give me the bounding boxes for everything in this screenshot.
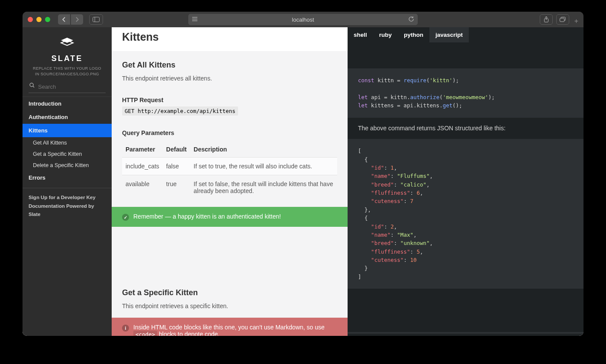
close-window-icon[interactable] — [28, 17, 33, 22]
http-request-line: GET http://example.com/api/kittens — [122, 107, 238, 115]
search-input[interactable] — [29, 81, 106, 93]
zoom-window-icon[interactable] — [45, 17, 50, 22]
minimize-window-icon[interactable] — [36, 17, 42, 22]
back-button[interactable] — [58, 14, 70, 25]
aside-warning: i Inside HTML code blocks like this one,… — [112, 318, 348, 336]
table-row: available true If set to false, the resu… — [122, 175, 337, 200]
section-title-kittens: Kittens — [112, 27, 348, 51]
main-pane: Kittens Get All Kittens This endpoint re… — [112, 27, 583, 336]
svg-rect-7 — [560, 18, 564, 22]
get-all-title: Get All Kittens — [112, 51, 348, 75]
doc-column: Kittens Get All Kittens This endpoint re… — [112, 27, 348, 336]
tab-python[interactable]: python — [398, 27, 429, 42]
table-row: include_cats false If set to true, the r… — [122, 158, 337, 175]
table-header-row: Parameter Default Description — [122, 142, 337, 158]
aside-success: ✓ Remember — a happy kitten is an authen… — [112, 207, 348, 227]
doc-sidebar: SLATE REPLACE THIS WITH YOUR LOGOIN SOUR… — [23, 27, 112, 336]
brand-title: SLATE — [28, 54, 106, 63]
tabs-button[interactable] — [556, 14, 569, 25]
window-controls — [28, 17, 50, 22]
nav-authentication[interactable]: Authentication — [23, 110, 112, 124]
aside-success-text: Remember — a happy kitten is an authenti… — [133, 213, 281, 220]
th-description: Description — [190, 142, 337, 158]
reload-icon[interactable] — [408, 16, 414, 23]
nav-errors[interactable]: Errors — [23, 171, 112, 184]
sidebar-toggle-button[interactable] — [89, 14, 103, 25]
logo-area: SLATE REPLACE THIS WITH YOUR LOGOIN SOUR… — [23, 27, 112, 81]
code-block-3: const kittn = require('kittn'); let api … — [348, 332, 583, 334]
forward-button[interactable] — [71, 14, 83, 25]
get-one-title: Get a Specific Kitten — [112, 279, 348, 303]
titlebar: localhost + — [23, 12, 583, 27]
share-button[interactable] — [540, 14, 553, 25]
browser-window: localhost + SLATE REPLACE THIS WITH — [23, 12, 583, 336]
nav-buttons — [58, 14, 83, 25]
footer-powered-by[interactable]: Documentation Powered by Slate — [29, 202, 106, 219]
nav-introduction[interactable]: Introduction — [23, 97, 112, 110]
nav-delete-specific-kitten[interactable]: Delete a Specific Kitten — [23, 160, 112, 171]
tab-shell[interactable]: shell — [348, 27, 373, 42]
code-panel: shell ruby python javascript const kittn… — [348, 27, 583, 336]
nav-list: Introduction Authentication Kittens Get … — [23, 97, 112, 184]
info-icon: i — [122, 325, 129, 332]
th-default: Default — [163, 142, 190, 158]
svg-rect-0 — [93, 17, 100, 22]
slate-logo-icon — [28, 35, 106, 52]
query-params-title: Query Parameters — [112, 122, 348, 140]
svg-point-8 — [30, 83, 33, 87]
get-one-desc: This endpoint retrieves a specific kitte… — [112, 303, 348, 317]
aside-warning-text: Inside HTML code blocks like this one, y… — [133, 324, 337, 336]
get-all-desc: This endpoint retrieves all kittens. — [112, 75, 348, 90]
code-block-1: const kittn = require('kittn'); let api … — [348, 68, 583, 118]
url-text: localhost — [292, 16, 314, 23]
footer-signup-link[interactable]: Sign Up for a Developer Key — [29, 193, 106, 202]
code-note: The above command returns JSON structure… — [348, 118, 583, 139]
code-scroll[interactable]: const kittn = require('kittn'); let api … — [348, 42, 583, 334]
brand-sub: REPLACE THIS WITH YOUR LOGOIN SOURCE/IMA… — [28, 66, 106, 77]
address-bar[interactable]: localhost — [188, 14, 418, 25]
reader-icon[interactable] — [192, 16, 198, 23]
sidebar-footer: Sign Up for a Developer Key Documentatio… — [23, 188, 112, 224]
svg-line-9 — [33, 86, 34, 87]
nav-kittens[interactable]: Kittens — [23, 124, 112, 137]
http-request-title: HTTP Request — [112, 90, 348, 107]
new-tab-button[interactable]: + — [574, 17, 578, 25]
nav-get-all-kittens[interactable]: Get All Kittens — [23, 137, 112, 148]
language-tabs: shell ruby python javascript — [348, 27, 583, 42]
tab-javascript[interactable]: javascript — [429, 27, 469, 42]
th-parameter: Parameter — [122, 142, 163, 158]
query-params-table: Parameter Default Description include_ca… — [122, 142, 337, 200]
nav-get-specific-kitten[interactable]: Get a Specific Kitten — [23, 148, 112, 160]
code-block-2: [ { "id": 1, "name": "Fluffums", "breed"… — [348, 139, 583, 289]
search-icon — [29, 83, 35, 89]
check-icon: ✓ — [122, 214, 129, 221]
tab-ruby[interactable]: ruby — [373, 27, 398, 42]
